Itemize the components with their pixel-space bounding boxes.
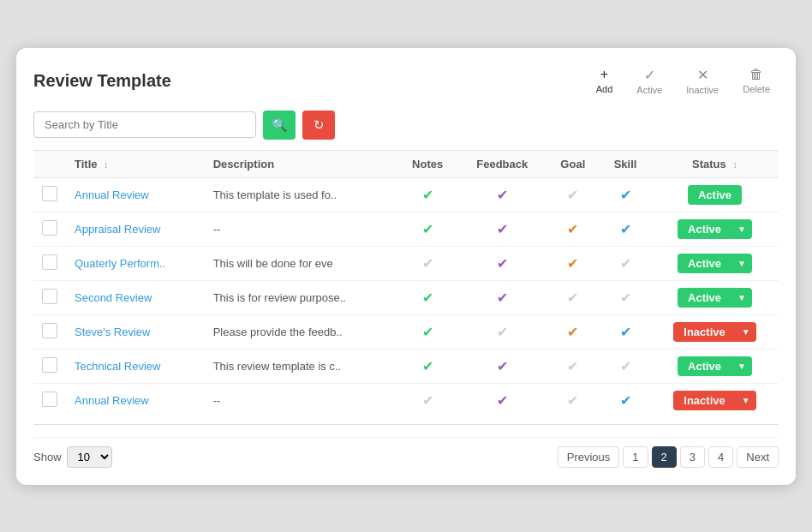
status-badge[interactable]: Active ▼: [678, 219, 752, 239]
table-row: Annual Review This template is used fo..…: [33, 177, 779, 212]
active-button[interactable]: ✓ Active: [628, 63, 671, 99]
check-purple-icon: ✔: [497, 290, 508, 305]
row-checkbox[interactable]: [42, 392, 57, 407]
row-goal-cell: ✔: [546, 212, 600, 246]
reset-button[interactable]: ↻: [302, 111, 335, 140]
row-description-cell: --: [205, 383, 397, 417]
check-gray-icon: ✔: [567, 290, 578, 305]
row-notes-cell: ✔: [397, 280, 458, 314]
row-skill-cell: ✔: [600, 177, 651, 212]
add-label: Add: [596, 84, 613, 94]
search-input[interactable]: [33, 111, 256, 138]
add-icon: +: [600, 67, 608, 82]
inactive-button[interactable]: ✕ Inactive: [678, 63, 727, 99]
status-badge[interactable]: Active ▼: [678, 356, 752, 376]
check-gray-icon: ✔: [567, 188, 578, 202]
row-checkbox-cell: [33, 280, 66, 314]
check-blue-icon: ✔: [620, 325, 631, 339]
row-title-link[interactable]: Annual Review: [75, 394, 149, 407]
row-skill-cell: ✔: [600, 383, 651, 417]
row-title-link[interactable]: Quaterly Perform..: [75, 257, 165, 270]
page-3-button[interactable]: 3: [680, 446, 705, 468]
active-label: Active: [636, 85, 662, 95]
check-purple-icon: ✔: [497, 256, 508, 271]
check-green-icon: ✔: [422, 325, 433, 339]
row-status-cell: Active ▼: [651, 349, 779, 383]
review-table: Title ↕ Description Notes Feedback Goal …: [33, 150, 779, 417]
row-checkbox[interactable]: [42, 254, 57, 270]
row-notes-cell: ✔: [397, 314, 458, 349]
status-badge[interactable]: Active ▼: [678, 288, 752, 308]
status-label: Active: [678, 356, 731, 376]
row-title-cell: Annual Review: [66, 177, 205, 212]
check-gray-icon: ✔: [620, 359, 631, 374]
pagination-row: Show 10 25 50 Previous1234Next: [33, 437, 779, 468]
inactive-label: Inactive: [686, 85, 719, 95]
row-title-cell: Steve's Review: [66, 314, 205, 349]
dropdown-arrow-icon[interactable]: ▼: [736, 391, 756, 410]
row-title-link[interactable]: Second Review: [75, 291, 152, 304]
status-badge[interactable]: Active ▼: [678, 254, 752, 273]
row-title-link[interactable]: Steve's Review: [75, 326, 150, 338]
row-checkbox[interactable]: [42, 357, 57, 373]
page-2-button[interactable]: 2: [652, 446, 677, 468]
dropdown-arrow-icon[interactable]: ▼: [731, 288, 752, 308]
row-status-cell: Inactive ▼: [651, 314, 779, 349]
delete-icon: 🗑: [749, 67, 763, 82]
check-purple-icon: ✔: [497, 222, 508, 236]
check-blue-icon: ✔: [620, 393, 631, 408]
row-checkbox[interactable]: [42, 220, 57, 236]
row-skill-cell: ✔: [600, 314, 651, 349]
col-notes: Notes: [397, 150, 458, 177]
check-purple-icon: ✔: [497, 393, 508, 408]
prev-button[interactable]: Previous: [558, 446, 620, 468]
check-green-icon: ✔: [422, 359, 433, 374]
page-1-button[interactable]: 1: [623, 446, 648, 468]
dropdown-arrow-icon[interactable]: ▼: [731, 219, 752, 239]
row-title-link[interactable]: Appraisal Review: [75, 223, 160, 236]
row-goal-cell: ✔: [546, 246, 600, 280]
row-status-cell: Active ▼: [651, 212, 779, 246]
row-goal-cell: ✔: [546, 177, 600, 212]
status-label: Active: [688, 185, 742, 205]
search-button[interactable]: 🔍: [263, 111, 296, 140]
next-button[interactable]: Next: [737, 446, 779, 468]
check-orange-icon: ✔: [567, 222, 578, 236]
search-icon: 🔍: [272, 117, 288, 133]
col-goal: Goal: [546, 150, 600, 177]
header: Review Template + Add ✓ Active ✕ Inactiv…: [33, 63, 779, 99]
toolbar: + Add ✓ Active ✕ Inactive 🗑 Delete: [588, 63, 779, 99]
status-sort-icon[interactable]: ↕: [732, 159, 737, 170]
add-button[interactable]: + Add: [588, 63, 622, 99]
delete-label: Delete: [743, 84, 770, 94]
status-label: Active: [678, 219, 731, 239]
row-status-cell: Active: [651, 177, 779, 212]
row-title-link[interactable]: Annual Review: [75, 188, 149, 201]
col-checkbox: [33, 150, 66, 177]
row-checkbox-cell: [33, 212, 66, 246]
row-title-cell: Second Review: [66, 280, 205, 314]
page-4-button[interactable]: 4: [708, 446, 733, 468]
row-title-cell: Quaterly Perform..: [66, 246, 205, 280]
check-green-icon: ✔: [422, 222, 433, 236]
delete-button[interactable]: 🗑 Delete: [734, 63, 779, 99]
title-sort-icon[interactable]: ↕: [104, 159, 109, 170]
row-title-link[interactable]: Technical Review: [75, 360, 160, 373]
status-badge[interactable]: Inactive ▼: [673, 391, 755, 410]
row-checkbox[interactable]: [42, 186, 57, 201]
show-select[interactable]: 10 25 50: [67, 446, 112, 468]
row-goal-cell: ✔: [546, 280, 600, 314]
search-row: 🔍 ↻: [33, 111, 779, 140]
row-feedback-cell: ✔: [458, 349, 546, 383]
row-notes-cell: ✔: [397, 383, 458, 417]
x-icon: ✕: [697, 67, 708, 83]
check-gray-icon: ✔: [497, 325, 508, 339]
row-checkbox[interactable]: [42, 289, 57, 304]
dropdown-arrow-icon[interactable]: ▼: [731, 356, 752, 376]
check-gray-icon: ✔: [567, 393, 578, 408]
dropdown-arrow-icon[interactable]: ▼: [731, 254, 752, 273]
row-checkbox[interactable]: [42, 323, 57, 338]
status-badge[interactable]: Inactive ▼: [673, 322, 755, 342]
dropdown-arrow-icon[interactable]: ▼: [736, 322, 756, 342]
row-notes-cell: ✔: [397, 177, 458, 212]
